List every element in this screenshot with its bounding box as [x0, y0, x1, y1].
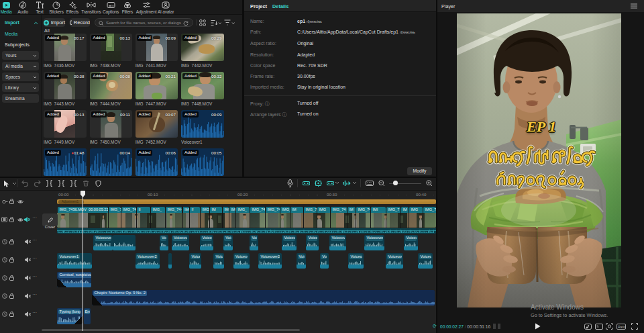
svg-text:Ratio: Ratio	[618, 325, 626, 329]
